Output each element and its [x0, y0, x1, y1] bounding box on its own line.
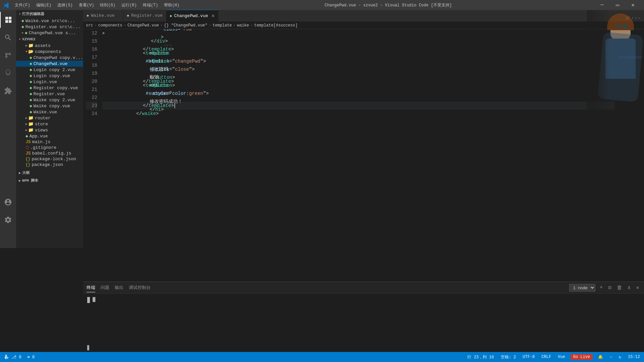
activity-debug[interactable] [0, 65, 16, 81]
minimize-button[interactable]: ─ [594, 0, 610, 10]
activity-extensions[interactable] [0, 83, 16, 99]
line-num-18: 18 [86, 61, 97, 69]
file-gitignore-label: .gitignore [30, 145, 56, 150]
notification-bell[interactable]: 🔔 [597, 355, 604, 360]
file-changepwd[interactable]: ◆ ChangePwd.vue [16, 61, 83, 67]
go-live-button[interactable]: Go Live [571, 354, 593, 360]
error-warning-status[interactable]: ⊗ 0 [26, 355, 36, 360]
line-ending-status[interactable]: CRLF [540, 355, 552, 359]
file-register-copy[interactable]: ◆ Register copy.vue [16, 85, 83, 91]
live-share-button[interactable]: ↔ [608, 355, 613, 359]
activity-settings[interactable] [0, 212, 16, 228]
terminal-input-area[interactable]: ▊ [83, 344, 644, 352]
menu-run[interactable]: 运行(R) [119, 2, 140, 9]
folder-assets[interactable]: ▶ 📁 assets [16, 43, 83, 49]
code-content[interactable]: ▶ <div class="row" > ··· </div> </templa… [100, 29, 617, 248]
npm-header[interactable]: ▶ NPM 脚本 [16, 177, 83, 184]
terminal-content[interactable]: █ [83, 294, 644, 344]
menu-file[interactable]: 文件(F) [12, 2, 33, 9]
file-login-copy[interactable]: ◆ Login copy.vue [16, 73, 83, 79]
file-package-lock[interactable]: {} package-lock.json [16, 156, 83, 162]
breadcrumb-src[interactable]: src [86, 23, 93, 28]
maximize-button[interactable]: ▭ [610, 0, 625, 10]
project-header[interactable]: ▾ XZVUE2 [16, 36, 83, 43]
breadcrumb-sep: › [251, 23, 253, 28]
line-num-15: 15 [86, 37, 97, 45]
split-editor-button[interactable]: ⊡ [626, 15, 629, 21]
menu-edit[interactable]: 编辑(E) [34, 2, 54, 9]
breadcrumb-component-block[interactable]: {} "ChangePwd.vue" [164, 23, 208, 28]
sync-status[interactable]: ↻ [618, 355, 623, 360]
activity-git[interactable] [0, 47, 16, 63]
encoding-status[interactable]: UTF-8 [521, 355, 536, 359]
open-file-changepwd[interactable]: ✕ ◆ ChangePwd.vue s... [16, 30, 83, 36]
activity-account[interactable] [0, 194, 16, 210]
activity-explorer[interactable] [0, 12, 16, 28]
breadcrumb-template[interactable]: template [213, 23, 232, 28]
panel-tab-output[interactable]: 输出 [115, 283, 123, 292]
tab-close-button[interactable]: ✕ [212, 12, 215, 19]
open-file-register-name: Register.vue src\c... [25, 24, 80, 29]
file-waike-label: Waike.vue [34, 110, 57, 115]
tab-register[interactable]: ◆ Register.vue [123, 10, 166, 21]
tab-changepwd[interactable]: ◆ ChangePwd.vue ✕ [166, 10, 218, 21]
tab-waike[interactable]: ◆ Waike.vue [83, 10, 123, 21]
collapse-panel-button[interactable]: ∧ [626, 284, 632, 292]
more-actions-button[interactable]: ··· [631, 15, 641, 21]
open-file-waike[interactable]: ◆ Waike.vue src\co... [16, 18, 83, 24]
language-mode[interactable]: Vue [556, 355, 567, 359]
menu-help[interactable]: 帮助(H) [161, 2, 182, 9]
folder-arrow: ▶ [25, 128, 28, 132]
file-package-json[interactable]: {} package.json [16, 162, 83, 168]
open-editors-header[interactable]: ▾ 打开的编辑器 [16, 10, 83, 18]
node-select[interactable]: 1: node [569, 284, 595, 292]
close-button[interactable]: ✕ [625, 0, 641, 10]
file-login-copy2[interactable]: ◆ Login copy 2.vue [16, 67, 83, 73]
breadcrumb-success[interactable]: template[#success] [254, 23, 298, 28]
code-editor[interactable]: 12 15 16 17 18 19 20 21 22 23 24 ▶ <div … [83, 29, 644, 248]
file-gitignore[interactable]: ⬡ .gitignore [16, 145, 83, 150]
vue-icon: ◆ [25, 30, 28, 36]
outline-header[interactable]: ▶ 大纲 [16, 169, 83, 177]
open-file-register[interactable]: ◆ Register.vue src\c... [16, 24, 83, 30]
tab-bar: ◆ Waike.vue ◆ Register.vue ◆ ChangePwd.v… [83, 10, 644, 22]
file-app-vue[interactable]: ◆ App.vue [16, 133, 83, 139]
panel-tab-problems[interactable]: 问题 [101, 283, 109, 292]
file-changepwd-copy[interactable]: ◆ ChangePwd copy.v... [16, 55, 83, 61]
time-status: 15:12 [627, 355, 641, 359]
file-main-js[interactable]: JS main.js [16, 139, 83, 145]
title-bar-menu[interactable]: 文件(F) 编辑(E) 选择(S) 查看(V) 转到(G) 运行(R) 终端(T… [12, 2, 182, 9]
delete-terminal-button[interactable]: 🗑 [615, 284, 624, 292]
close-panel-button[interactable]: ✕ [635, 284, 641, 292]
breadcrumb-changepwd[interactable]: ChangePwd.vue [127, 23, 159, 28]
file-waike-copy[interactable]: ◆ Waike copy.vue [16, 103, 83, 109]
vue-file-icon: ◆ [30, 85, 32, 90]
menu-select[interactable]: 选择(S) [55, 2, 75, 9]
file-login[interactable]: ◆ Login.vue [16, 79, 83, 85]
git-branch-status[interactable]: ⎇ 0 [3, 355, 23, 360]
folder-views[interactable]: ▶ 📁 views [16, 127, 83, 133]
npm-arrow: ▶ [19, 179, 21, 183]
activity-search[interactable] [0, 29, 16, 46]
folder-store[interactable]: ▶ 📁 store [16, 121, 83, 127]
new-terminal-button[interactable]: + [598, 284, 604, 291]
breadcrumb-waike[interactable]: waike [237, 23, 249, 28]
split-terminal-button[interactable]: ⊡ [607, 284, 613, 292]
file-register[interactable]: ◆ Register.vue [16, 91, 83, 97]
breadcrumb-components[interactable]: components [98, 23, 122, 28]
svg-point-5 [6, 56, 7, 58]
menu-view[interactable]: 查看(V) [76, 2, 97, 9]
menu-terminal[interactable]: 终端(T) [140, 2, 161, 9]
cursor-position[interactable]: 行 23，列 16 [466, 354, 495, 360]
folder-components[interactable]: ▼ 📂 components [16, 49, 83, 55]
folder-router[interactable]: ▶ 📁 router [16, 115, 83, 121]
file-waike[interactable]: ◆ Waike.vue [16, 109, 83, 115]
panel-tab-debug[interactable]: 调试控制台 [129, 283, 151, 292]
title-bar-controls[interactable]: ─ ▭ ✕ [594, 0, 641, 10]
file-register-label: Register.vue [34, 92, 65, 97]
indent-status[interactable]: 空格: 2 [499, 354, 518, 360]
menu-goto[interactable]: 转到(G) [97, 2, 118, 9]
file-babel-config[interactable]: JS babel.config.js [16, 150, 83, 156]
panel-tab-terminal[interactable]: 终端 [87, 283, 95, 292]
file-waike-copy2[interactable]: ◆ Waike copy 2.vue [16, 97, 83, 103]
